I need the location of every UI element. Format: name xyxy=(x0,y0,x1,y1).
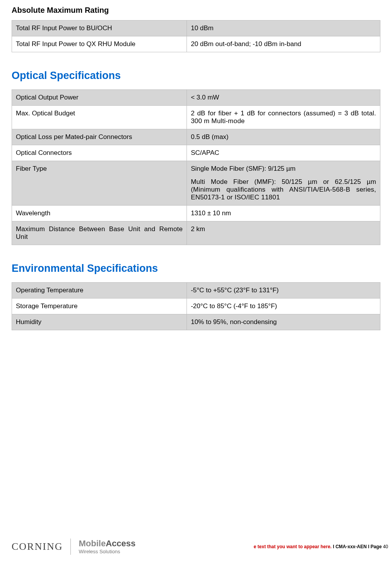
table-row: Optical Connectors SC/APAC xyxy=(12,145,380,161)
param-label: Maximum Distance Between Base Unit and R… xyxy=(12,221,187,245)
param-label: Humidity xyxy=(12,314,187,330)
param-label: Storage Temperature xyxy=(12,299,187,314)
param-value: Single Mode Fiber (SMF): 9/125 µm Multi … xyxy=(187,161,380,206)
table-row: Operating Temperature -5°C to +55°C (23°… xyxy=(12,283,380,299)
table-row: Wavelength 1310 ± 10 nm xyxy=(12,206,380,221)
param-value: 2 dB for fiber + 1 dB for connectors (as… xyxy=(187,106,380,129)
param-value: 20 dBm out-of-band; -10 dBm in-band xyxy=(187,36,380,52)
abs-max-table: Total RF Input Power to BU/OCH 10 dBm To… xyxy=(12,20,380,52)
logo-group: CORNING MobileAccess Wireless Solutions xyxy=(12,539,135,555)
env-table: Operating Temperature -5°C to +55°C (23°… xyxy=(12,282,380,330)
table-row: Storage Temperature -20°C to 85°C (-4°F … xyxy=(12,299,380,314)
mobileaccess-text: MobileAccess xyxy=(79,539,135,548)
optical-table: Optical Output Power < 3.0 mW Max. Optic… xyxy=(12,89,380,245)
param-label: Wavelength xyxy=(12,206,187,221)
table-row: Total RF Input Power to QX RHU Module 20… xyxy=(12,36,380,52)
table-row: Max. Optical Budget 2 dB for fiber + 1 d… xyxy=(12,106,380,129)
wireless-solutions-subtitle: Wireless Solutions xyxy=(79,549,135,554)
mobileaccess-logo: MobileAccess Wireless Solutions xyxy=(79,539,135,554)
fiber-type-mmf: Multi Mode Fiber (MMF): 50/125 µm or 62.… xyxy=(191,178,376,201)
footer-doc-ref: I CMA-xxx-AEN I Page xyxy=(332,544,383,549)
footer-text: e text that you want to appear here. I C… xyxy=(254,544,388,549)
param-value: SC/APAC xyxy=(187,145,380,161)
mobile-word: Mobile xyxy=(79,539,106,548)
section-heading-optical: Optical Specifications xyxy=(12,70,380,82)
param-label: Operating Temperature xyxy=(12,283,187,299)
corning-logo: CORNING xyxy=(12,541,63,552)
table-row: Optical Output Power < 3.0 mW xyxy=(12,90,380,106)
fiber-type-smf: Single Mode Fiber (SMF): 9/125 µm xyxy=(191,165,376,173)
table-row: Humidity 10% to 95%, non-condensing xyxy=(12,314,380,330)
param-value: -20°C to 85°C (-4°F to 185°F) xyxy=(187,299,380,314)
param-value: 0.5 dB (max) xyxy=(187,129,380,145)
param-label: Total RF Input Power to BU/OCH xyxy=(12,21,187,36)
table-row: Optical Loss per Mated-pair Connectors 0… xyxy=(12,129,380,145)
param-label: Optical Output Power xyxy=(12,90,187,106)
param-value: 1310 ± 10 nm xyxy=(187,206,380,221)
access-word: Access xyxy=(106,539,135,548)
page-footer: CORNING MobileAccess Wireless Solutions … xyxy=(12,539,388,555)
param-value: < 3.0 mW xyxy=(187,90,380,106)
section-heading-env: Environmental Specifications xyxy=(12,262,380,274)
table-row: Total RF Input Power to BU/OCH 10 dBm xyxy=(12,21,380,36)
section-heading-abs-max: Absolute Maximum Rating xyxy=(12,6,380,15)
table-row: Maximum Distance Between Base Unit and R… xyxy=(12,221,380,245)
param-value: -5°C to +55°C (23°F to 131°F) xyxy=(187,283,380,299)
param-label: Optical Connectors xyxy=(12,145,187,161)
param-value: 10 dBm xyxy=(187,21,380,36)
param-label: Fiber Type xyxy=(12,161,187,206)
param-value: 2 km xyxy=(187,221,380,245)
page-number: 40 xyxy=(383,544,388,549)
footer-placeholder-text: e text that you want to appear here. xyxy=(254,544,332,549)
logo-divider xyxy=(70,539,71,555)
param-label: Total RF Input Power to QX RHU Module xyxy=(12,36,187,52)
param-value: 10% to 95%, non-condensing xyxy=(187,314,380,330)
param-label: Optical Loss per Mated-pair Connectors xyxy=(12,129,187,145)
param-label: Max. Optical Budget xyxy=(12,106,187,129)
table-row: Fiber Type Single Mode Fiber (SMF): 9/12… xyxy=(12,161,380,206)
